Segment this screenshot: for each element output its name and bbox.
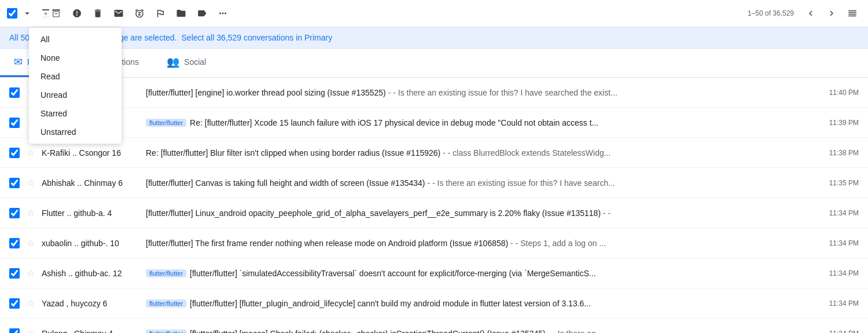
email-checkbox[interactable] <box>9 208 20 218</box>
snooze-button[interactable] <box>131 5 148 22</box>
email-timestamp: 11:34 PM <box>829 269 859 277</box>
email-checkbox[interactable] <box>9 118 20 128</box>
email-checkbox[interactable] <box>9 87 20 98</box>
email-subject-area: [flutter/flutter] The first frame render… <box>146 239 822 248</box>
move-icon <box>176 8 186 19</box>
move-to-button[interactable] <box>172 5 190 22</box>
email-row[interactable]: ☆ flutter .. github-sia 12 flutter/flutt… <box>0 108 868 138</box>
email-sender: Ashish .. github-ac. 12 <box>42 269 146 278</box>
select-dropdown-button[interactable] <box>21 6 34 21</box>
tab-social-label: Social <box>184 57 206 67</box>
select-all-checkbox[interactable] <box>7 8 17 19</box>
email-timestamp: 11:39 PM <box>829 119 859 127</box>
chevron-down-icon <box>22 8 32 19</box>
star-icon[interactable]: ☆ <box>27 328 35 333</box>
star-icon[interactable]: ☆ <box>27 237 35 248</box>
snooze-icon <box>134 8 145 19</box>
select-all-conversations-link[interactable]: Select all 36,529 conversations in Prima… <box>182 33 333 42</box>
labels-button[interactable] <box>193 5 211 22</box>
email-subject: Re: [flutter/flutter] Xcode 15 launch fa… <box>190 118 598 127</box>
dropdown-item-starred[interactable]: Starred <box>29 104 122 123</box>
email-row[interactable]: ☆ Rulong , Chinmay 4 flutter/flutter [fl… <box>0 319 868 333</box>
email-timestamp: 11:38 PM <box>829 149 859 157</box>
email-tag: flutter/flutter <box>146 330 186 334</box>
dropdown-item-unstarred[interactable]: Unstarred <box>29 123 122 141</box>
email-checkbox[interactable] <box>9 268 20 279</box>
archive-icon <box>51 8 61 19</box>
email-list: ☆ flutter .. github-a. [flutter/flutter]… <box>0 78 868 333</box>
selection-banner: All 50 conversations on this page are se… <box>0 27 868 49</box>
email-subject-area: [flutter/flutter] [engine] io.worker thr… <box>146 88 822 97</box>
email-subject: [flutter/flutter] [flutter_plugin_androi… <box>190 299 591 308</box>
svg-rect-1 <box>53 12 60 17</box>
email-sender: Abhishak .. Chinmay 6 <box>42 178 146 188</box>
email-subject: [flutter/flutter] Linux_android opacity_… <box>146 208 610 218</box>
email-subject-area: [flutter/flutter] Canvas is taking full … <box>146 178 822 188</box>
email-subject: [flutter/flutter] `simulatedAccessibilit… <box>190 269 596 278</box>
star-icon[interactable]: ☆ <box>27 147 35 158</box>
email-row[interactable]: ☆ xubaolin .. github-. 10 [flutter/flutt… <box>0 228 868 258</box>
email-row[interactable]: ☆ flutter .. github-a. [flutter/flutter]… <box>0 78 868 108</box>
mark-read-icon <box>113 8 124 19</box>
app-container: 1–50 of 36,529 All None Read Unread Star… <box>0 0 868 333</box>
email-timestamp: 11:34 PM <box>829 239 859 247</box>
newer-button[interactable] <box>802 5 819 22</box>
email-timestamp: 11:34 PM <box>829 330 859 334</box>
svg-rect-0 <box>52 9 60 10</box>
add-tasks-button[interactable] <box>152 5 169 22</box>
star-icon[interactable]: ☆ <box>27 298 35 309</box>
email-checkbox[interactable] <box>9 148 20 158</box>
email-subject-area: flutter/flutter [flutter/flutter] [macos… <box>146 329 822 334</box>
mark-read-button[interactable] <box>110 5 127 22</box>
more-options-icon <box>218 8 228 19</box>
email-checkbox[interactable] <box>9 328 20 334</box>
email-subject-area: flutter/flutter [flutter/flutter] [flutt… <box>146 299 822 308</box>
more-options-button[interactable] <box>214 5 231 22</box>
archive-icon <box>41 8 51 19</box>
email-checkbox[interactable] <box>9 298 20 309</box>
email-sender: xubaolin .. github-. 10 <box>42 239 146 248</box>
email-subject-area: flutter/flutter [flutter/flutter] `simul… <box>146 269 822 278</box>
dropdown-item-none[interactable]: None <box>29 49 122 67</box>
select-dropdown-menu: All None Read Unread Starred Unstarred <box>29 28 122 144</box>
dropdown-item-all[interactable]: All <box>29 30 122 49</box>
email-timestamp: 11:34 PM <box>829 299 859 308</box>
email-subject-area: Re: [flutter/flutter] Blur filter isn't … <box>146 148 822 158</box>
email-tag: flutter/flutter <box>146 299 186 308</box>
email-subject-area: [flutter/flutter] Linux_android opacity_… <box>146 208 822 218</box>
add-tasks-icon <box>155 8 165 19</box>
older-button[interactable] <box>823 5 840 22</box>
email-checkbox[interactable] <box>9 178 20 188</box>
email-subject: [flutter/flutter] Canvas is taking full … <box>146 178 615 188</box>
display-density-icon <box>847 8 858 19</box>
chevron-left-icon <box>806 8 816 19</box>
display-density-button[interactable] <box>844 5 861 22</box>
archive-button[interactable] <box>37 5 65 22</box>
dropdown-item-read[interactable]: Read <box>29 67 122 86</box>
delete-button[interactable] <box>89 5 106 22</box>
email-row[interactable]: ☆ Ashish .. github-ac. 12 flutter/flutte… <box>0 258 868 288</box>
delete-icon <box>93 8 103 19</box>
email-row[interactable]: ☆ Abhishak .. Chinmay 6 [flutter/flutter… <box>0 168 868 198</box>
star-icon[interactable]: ☆ <box>27 177 35 188</box>
email-row[interactable]: ☆ K-Rafiki .. Csongor 16 Re: [flutter/fl… <box>0 138 868 168</box>
dropdown-item-unread[interactable]: Unread <box>29 86 122 104</box>
inbox-icon: ✉ <box>14 56 23 68</box>
tab-social[interactable]: 👥 Social <box>153 49 220 77</box>
email-tag: flutter/flutter <box>146 119 186 127</box>
star-icon[interactable]: ☆ <box>27 268 35 279</box>
report-icon <box>72 8 82 19</box>
email-row[interactable]: ☆ Yazad , huycozy 6 flutter/flutter [flu… <box>0 288 868 319</box>
email-sender: Rulong , Chinmay 4 <box>42 329 146 334</box>
email-row[interactable]: ☆ Flutter .. github-a. 4 [flutter/flutte… <box>0 198 868 228</box>
email-tag: flutter/flutter <box>146 269 186 277</box>
svg-rect-2 <box>55 13 58 14</box>
social-icon: 👥 <box>167 56 179 68</box>
email-subject: [flutter/flutter] The first frame render… <box>146 239 606 248</box>
email-subject: [flutter/flutter] [macos] Check failed: … <box>190 329 603 334</box>
star-icon[interactable]: ☆ <box>27 207 35 218</box>
email-timestamp: 11:34 PM <box>829 209 859 217</box>
toolbar: 1–50 of 36,529 All None Read Unread Star… <box>0 0 868 27</box>
email-checkbox[interactable] <box>9 238 20 248</box>
report-spam-button[interactable] <box>68 5 86 22</box>
